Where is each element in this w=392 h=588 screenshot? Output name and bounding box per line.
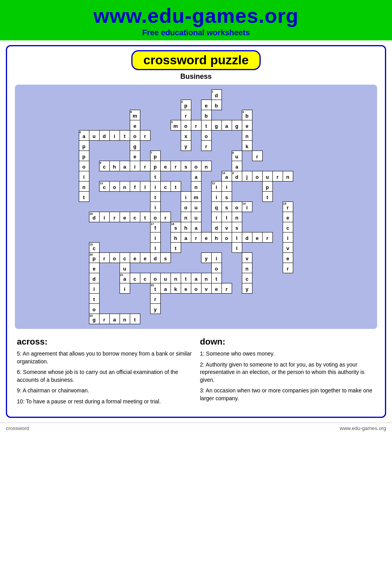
cell: r [160,212,171,222]
clue-across-6: 6: Someone whose job is to carry out an … [17,368,192,384]
cell: i [89,283,99,294]
cell: n [242,131,252,141]
across-heading: across: [17,337,192,347]
cell: e [201,232,211,243]
cell: 16d [89,212,99,222]
cell: r [272,171,283,181]
cell: s [232,222,242,232]
cell: i [211,253,221,263]
cell: u [191,212,201,222]
footer-right: www.edu-games.org [340,425,387,431]
cell: g [211,120,221,131]
cell: o [150,273,160,283]
cell: t [171,243,181,253]
cell: t [130,314,140,324]
cell: o [211,263,221,273]
cell: o [130,131,140,141]
cell: t [79,192,89,202]
header: www.edu-games.org Free educational works… [0,0,392,40]
cell: 23g [89,314,99,324]
cell: n [232,212,242,222]
cell: 15r [283,202,293,212]
cell: b [201,110,211,120]
cell: b [211,100,221,110]
cell: e [211,283,221,294]
cell: o [191,283,201,294]
cell: c [130,273,140,283]
cell: c [283,222,293,232]
cell: t [140,212,150,222]
footer-left: crossword [6,425,29,431]
cell: d [150,253,160,263]
crossword-grid-area: 1d 2p e b 6m r [15,85,377,329]
cell: l [221,212,232,222]
cell: c [160,181,171,192]
cell: h [171,232,181,243]
cell: n [201,161,211,171]
cell: 22t [150,283,160,294]
clue-down-3: 3: An occasion when two or more companie… [200,387,375,402]
cell: o [79,161,89,171]
cell: e [130,151,140,161]
cell: e [130,253,140,263]
cell: o [109,253,120,263]
cell: o [109,181,120,192]
cell: n [242,263,252,273]
cell: p [262,181,272,192]
clue-across-10: 10: To have a pause or rest during a for… [17,398,192,406]
down-heading: down: [200,337,375,347]
cell: 6m [130,110,140,120]
cell: h [181,222,191,232]
clues-section: across: 5: An agreement that allows you … [17,337,375,409]
cell: e [160,161,171,171]
cell: s [181,161,191,171]
cell: e [89,263,99,273]
cell: t [120,131,130,141]
cell: t [171,181,181,192]
cell: t [150,171,160,181]
cell: s [221,192,232,202]
cell: 7p [150,151,160,161]
cell: i [283,232,293,243]
cell: dd [232,171,242,181]
cell: p [79,141,89,151]
cell: y [150,304,160,314]
cell: r [99,253,109,263]
cell: n [191,181,201,192]
cell: i [120,283,130,294]
cell: t [150,192,160,202]
cell: c [242,273,252,283]
cell: e [120,212,130,222]
cell: u [89,131,99,141]
cell: o [201,131,211,141]
cell: 19c [89,243,99,253]
cell: i [109,131,120,141]
cell: r [221,283,232,294]
cell: u [120,263,130,273]
cell: e [140,253,150,263]
cell: i [181,192,191,202]
cell: v [221,222,232,232]
cell: r [109,212,120,222]
cell: a [120,161,130,171]
cell: c [130,212,140,222]
cell: 13c [99,181,109,192]
cell: l [232,243,242,253]
cell: f [130,181,140,192]
clue-across-5: 5: An agreement that allows you to borro… [17,350,192,365]
cell: o [89,304,99,314]
cell: a [191,273,201,283]
cell: r [99,314,109,324]
cell: a [181,232,191,243]
cell: g [232,120,242,131]
cell: r [262,232,272,243]
cell: r [171,161,181,171]
cell: c [120,253,130,263]
cell: y [201,253,211,263]
cell: e [283,253,293,263]
cell: n [120,181,130,192]
cell: l [140,181,150,192]
cell: y [181,141,191,151]
main-content: crossword puzzle Business 1d 2p e b [6,45,386,418]
cell: a [221,120,232,131]
